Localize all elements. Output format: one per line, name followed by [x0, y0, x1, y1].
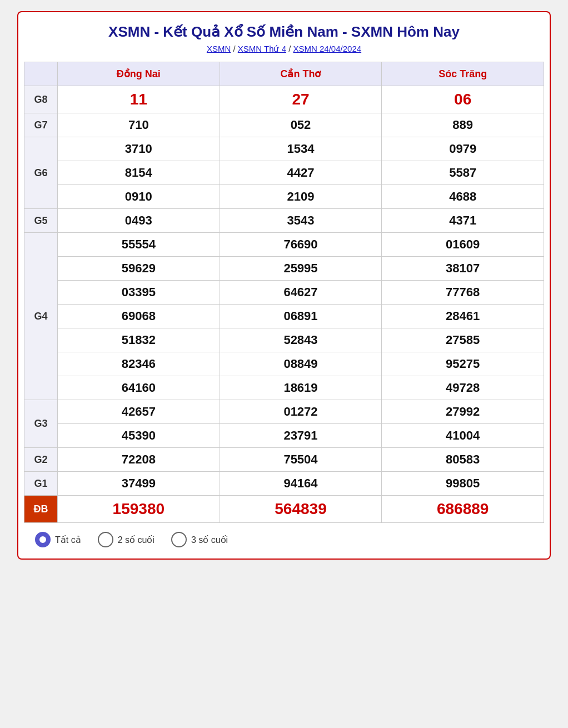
label-g2: G2 [24, 448, 58, 472]
row-g6-2: 8154 4427 5587 [24, 161, 544, 185]
radio-2socuoi[interactable] [98, 532, 113, 547]
g4-cantho-5: 52843 [220, 328, 382, 352]
g8-soctrang: 06 [382, 86, 544, 113]
col-header-cantho: Cần Thơ [220, 62, 382, 86]
option-tatca[interactable]: Tất cả [35, 532, 81, 547]
g6-dongnai-3: 0910 [58, 185, 220, 209]
label-g8: G8 [24, 86, 58, 113]
g1-soctrang: 99805 [382, 472, 544, 496]
row-db: ĐB 159380 564839 686889 [24, 496, 544, 523]
g4-soctrang-3: 77768 [382, 281, 544, 305]
g3-cantho-2: 23791 [220, 424, 382, 448]
results-table: Đồng Nai Cần Thơ Sóc Trăng G8 11 27 06 G… [24, 62, 544, 523]
label-g7: G7 [24, 113, 58, 137]
g4-soctrang-1: 01609 [382, 233, 544, 257]
g4-soctrang-2: 38107 [382, 257, 544, 281]
row-g6-3: 0910 2109 4688 [24, 185, 544, 209]
g3-soctrang-2: 41004 [382, 424, 544, 448]
g7-dongnai: 710 [58, 113, 220, 137]
g6-soctrang-3: 4688 [382, 185, 544, 209]
g7-soctrang: 889 [382, 113, 544, 137]
footer-options: Tất cả 2 số cuối 3 số cuối [24, 532, 544, 547]
main-container: XSMN - Kết Quả Xổ Số Miền Nam - SXMN Hôm… [17, 11, 551, 560]
label-g1: G1 [24, 472, 58, 496]
label-db: ĐB [24, 496, 58, 523]
g5-cantho: 3543 [220, 209, 382, 233]
g4-dongnai-7: 64160 [58, 376, 220, 400]
breadcrumb-xsmn[interactable]: XSMN [207, 44, 231, 53]
g6-soctrang-2: 5587 [382, 161, 544, 185]
g4-dongnai-6: 82346 [58, 352, 220, 376]
row-g4-1: G4 55554 76690 01609 [24, 233, 544, 257]
row-g4-5: 51832 52843 27585 [24, 328, 544, 352]
g6-cantho-3: 2109 [220, 185, 382, 209]
g4-soctrang-5: 27585 [382, 328, 544, 352]
g4-dongnai-4: 69068 [58, 305, 220, 328]
col-header-soctrang: Sóc Trăng [382, 62, 544, 86]
breadcrumb-thu4[interactable]: XSMN Thứ 4 [238, 44, 286, 53]
page-title: XSMN - Kết Quả Xổ Số Miền Nam - SXMN Hôm… [24, 23, 544, 41]
g5-dongnai: 0493 [58, 209, 220, 233]
g4-cantho-2: 25995 [220, 257, 382, 281]
radio-tatca[interactable] [35, 532, 51, 547]
option-2socuoi[interactable]: 2 số cuối [98, 532, 155, 547]
row-g4-4: 69068 06891 28461 [24, 305, 544, 328]
g8-cantho: 27 [220, 86, 382, 113]
g4-dongnai-5: 51832 [58, 328, 220, 352]
row-g7: G7 710 052 889 [24, 113, 544, 137]
row-g4-2: 59629 25995 38107 [24, 257, 544, 281]
g4-dongnai-3: 03395 [58, 281, 220, 305]
g3-soctrang-1: 27992 [382, 400, 544, 424]
label-3socuoi: 3 số cuối [191, 535, 228, 545]
g4-cantho-6: 08849 [220, 352, 382, 376]
radio-3socuoi[interactable] [171, 532, 187, 547]
g4-dongnai-2: 59629 [58, 257, 220, 281]
g3-dongnai-2: 45390 [58, 424, 220, 448]
breadcrumb-date[interactable]: XSMN 24/04/2024 [293, 44, 362, 53]
g2-soctrang: 80583 [382, 448, 544, 472]
g4-cantho-3: 64627 [220, 281, 382, 305]
row-g3-2: 45390 23791 41004 [24, 424, 544, 448]
g7-cantho: 052 [220, 113, 382, 137]
g6-cantho-1: 1534 [220, 137, 382, 161]
g4-soctrang-4: 28461 [382, 305, 544, 328]
col-header-dongnai: Đồng Nai [58, 62, 220, 86]
label-2socuoi: 2 số cuối [118, 535, 155, 545]
db-dongnai: 159380 [58, 496, 220, 523]
row-g4-7: 64160 18619 49728 [24, 376, 544, 400]
row-g4-3: 03395 64627 77768 [24, 281, 544, 305]
row-g4-6: 82346 08849 95275 [24, 352, 544, 376]
row-g2: G2 72208 75504 80583 [24, 448, 544, 472]
g6-cantho-2: 4427 [220, 161, 382, 185]
g3-cantho-1: 01272 [220, 400, 382, 424]
label-g4: G4 [24, 233, 58, 400]
row-g1: G1 37499 94164 99805 [24, 472, 544, 496]
label-g6: G6 [24, 137, 58, 209]
db-cantho: 564839 [220, 496, 382, 523]
g2-cantho: 75504 [220, 448, 382, 472]
g4-dongnai-1: 55554 [58, 233, 220, 257]
g4-cantho-7: 18619 [220, 376, 382, 400]
row-g6-1: G6 3710 1534 0979 [24, 137, 544, 161]
row-g8: G8 11 27 06 [24, 86, 544, 113]
label-g5: G5 [24, 209, 58, 233]
col-header-label [24, 62, 58, 86]
g4-cantho-1: 76690 [220, 233, 382, 257]
g3-dongnai-1: 42657 [58, 400, 220, 424]
row-g5: G5 0493 3543 4371 [24, 209, 544, 233]
g5-soctrang: 4371 [382, 209, 544, 233]
g1-cantho: 94164 [220, 472, 382, 496]
g4-cantho-4: 06891 [220, 305, 382, 328]
g4-soctrang-6: 95275 [382, 352, 544, 376]
g6-dongnai-2: 8154 [58, 161, 220, 185]
option-3socuoi[interactable]: 3 số cuối [171, 532, 228, 547]
g2-dongnai: 72208 [58, 448, 220, 472]
label-tatca: Tất cả [55, 535, 81, 545]
label-g3: G3 [24, 400, 58, 448]
breadcrumb: XSMN / XSMN Thứ 4 / XSMN 24/04/2024 [24, 44, 544, 54]
g4-soctrang-7: 49728 [382, 376, 544, 400]
g6-soctrang-1: 0979 [382, 137, 544, 161]
row-g3-1: G3 42657 01272 27992 [24, 400, 544, 424]
g6-dongnai-1: 3710 [58, 137, 220, 161]
g1-dongnai: 37499 [58, 472, 220, 496]
